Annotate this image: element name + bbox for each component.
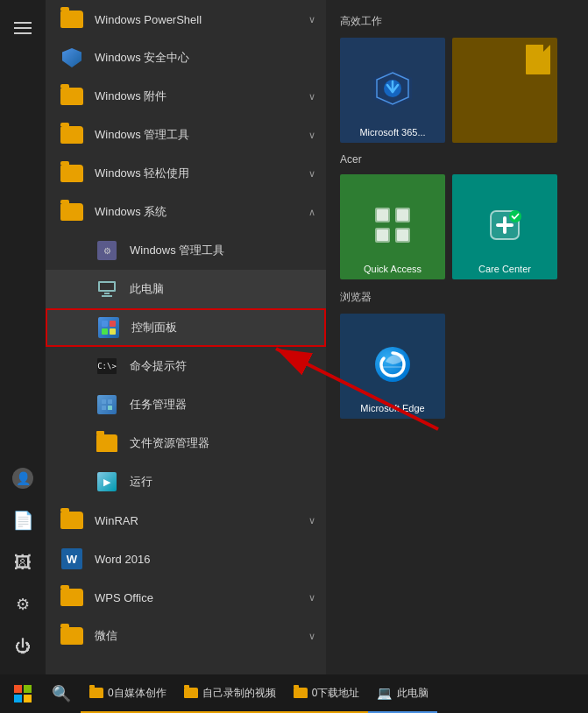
tile-label-quick-access: Quick Access [344,264,442,274]
tile-microsoft-edge[interactable]: Microsoft Edge [340,314,445,419]
app-item-cmd[interactable]: C:\> 命令提示符 [46,347,326,385]
svg-rect-15 [377,209,388,221]
hamburger-menu-button[interactable] [0,7,46,49]
svg-rect-0 [102,321,108,327]
chevron-up-icon-system: ∧ [308,207,315,218]
app-item-run[interactable]: ▶ 运行 [46,462,326,501]
tile-microsoft-365[interactable]: Microsoft 365... [340,38,445,143]
taskbar: 🔍 0自媒体创作 自己录制的视频 0下载地址 💻 此电脑 [0,674,588,713]
taskbar-item-this-pc[interactable]: 💻 此电脑 [368,674,437,713]
tiles-row-browser: Microsoft Edge [340,314,574,419]
app-item-windows-powershell[interactable]: Windows PowerShell ∨ [46,0,326,39]
word-icon-word: W [60,547,84,571]
files-placeholder-icon [526,45,550,74]
windows-logo-icon [14,685,32,702]
cpanel-icon-control [96,315,121,340]
svg-rect-7 [108,406,112,410]
chevron-icon-accessories: ∨ [308,91,315,102]
app-item-wechat[interactable]: 微信 ∨ [46,617,326,655]
fileexplorer-icon-fe [95,431,119,455]
taskbar-item-media-creator[interactable]: 0自媒体创作 [81,674,175,713]
quickaccess-icon-area [366,199,419,251]
svg-rect-18 [397,229,408,241]
taskbar-start-button[interactable] [4,674,42,713]
app-label-control-panel: 控制面板 [131,320,177,335]
app-item-control-panel[interactable]: 控制面板 [46,308,326,347]
taskbar-label-recorded-video: 自己录制的视频 [202,686,276,701]
search-icon: 🔍 [52,684,71,703]
run-icon-run: ▶ [95,469,119,494]
taskmgr-icon-task [95,392,119,417]
folder-icon-wps [60,585,84,610]
chevron-icon-powershell: ∨ [308,14,315,25]
app-item-wmgmt-sub[interactable]: ⚙ Windows 管理工具 [46,231,326,270]
app-label-task-manager: 任务管理器 [130,397,187,413]
taskbar-search-button[interactable]: 🔍 [42,674,81,713]
app-item-windows-security[interactable]: Windows 安全中心 [46,39,326,77]
taskbar-label-downloads: 0下载地址 [312,686,360,701]
pc-icon-taskbar: 💻 [377,686,392,700]
folder-icon-accessories [60,84,84,109]
app-item-wps-office[interactable]: WPS Office ∨ [46,578,326,617]
app-item-this-pc[interactable]: 此电脑 [46,270,326,308]
folder-icon-media-creator [89,688,103,698]
app-label-windows-accessories: Windows 附件 [95,88,166,104]
user-avatar-icon: 👤 [12,468,33,489]
svg-point-20 [509,210,521,222]
app-label-winrar: WinRAR [95,514,138,527]
wmgmt-icon: ⚙ [95,238,119,263]
app-item-file-explorer[interactable]: 文件资源管理器 [46,424,326,462]
folder-icon-powershell [60,7,84,32]
settings-button[interactable]: ⚙ [0,583,46,625]
app-item-windows-ease[interactable]: Windows 轻松使用 ∨ [46,154,326,193]
app-item-windows-accessories[interactable]: Windows 附件 ∨ [46,77,326,116]
app-list-panel: Windows PowerShell ∨ Windows 安全中心 Window… [46,0,326,674]
tile-care-center[interactable]: Care Center [452,174,557,279]
svg-rect-4 [102,399,106,404]
carecenter-icon-area [478,199,531,251]
folder-icon-system [60,200,84,224]
app-item-windows-system[interactable]: Windows 系统 ∧ [46,193,326,231]
tiles-section-browser: 浏览器 [340,290,574,419]
documents-button[interactable]: 📄 [0,499,46,541]
start-menu: 👤 📄 🖼 ⚙ ⏻ Windows PowerShell ∨ [0,0,588,674]
app-label-windows-powershell: Windows PowerShell [95,13,202,26]
app-item-winrar[interactable]: WinRAR ∨ [46,501,326,540]
taskbar-pinned-items: 0自媒体创作 自己录制的视频 0下载地址 💻 此电脑 [81,674,437,713]
app-label-windows-ease: Windows 轻松使用 [95,166,189,181]
tiles-section-acer: Acer [340,153,574,279]
documents-icon: 📄 [12,510,34,531]
folder-icon-wechat [60,624,84,648]
taskbar-label-media-creator: 0自媒体创作 [108,686,166,701]
svg-rect-5 [108,399,112,404]
svg-rect-2 [102,328,108,335]
app-item-task-manager[interactable]: 任务管理器 [46,385,326,424]
chevron-icon-wps: ∨ [308,592,315,604]
tile-files-placeholder[interactable] [452,38,557,143]
app-label-run: 运行 [130,474,152,490]
app-label-windows-system: Windows 系统 [95,204,166,220]
tile-quick-access[interactable]: Quick Access [340,174,445,279]
app-label-wechat: 微信 [95,628,117,644]
app-label-windows-admintools: Windows 管理工具 [95,127,189,143]
tile-label-care-center: Care Center [456,264,554,274]
app-label-file-explorer: 文件资源管理器 [130,435,209,451]
taskbar-item-recorded-video[interactable]: 自己录制的视频 [175,674,285,713]
app-item-windows-admintools[interactable]: Windows 管理工具 ∨ [46,116,326,154]
sidebar-icons: 👤 📄 🖼 ⚙ ⏻ [0,0,46,674]
shield-icon-security [60,46,84,70]
ms365-icon-area [366,62,419,115]
section-title-efficient: 高效工作 [340,14,574,29]
hamburger-icon [14,22,32,34]
app-label-wps-office: WPS Office [95,591,153,604]
pictures-button[interactable]: 🖼 [0,541,46,583]
taskbar-label-this-pc: 此电脑 [397,686,429,701]
pictures-icon: 🖼 [14,553,32,573]
app-item-word2016[interactable]: W Word 2016 [46,540,326,578]
folder-icon-downloads [294,688,308,698]
taskbar-item-downloads[interactable]: 0下载地址 [285,674,369,713]
folder-icon-ease [60,161,84,186]
power-button[interactable]: ⏻ [0,625,46,667]
user-account-button[interactable]: 👤 [0,457,46,499]
folder-icon-admintools [60,123,84,147]
